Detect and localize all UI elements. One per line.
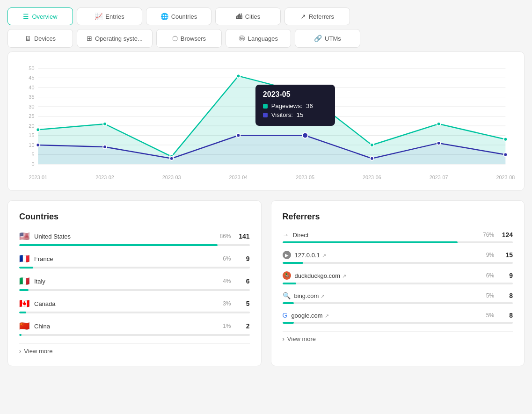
cities-tab-label: Cities — [245, 13, 261, 20]
countries-title: Countries — [19, 212, 250, 222]
referrer-header-3: 🔍bing.com↗5%8 — [283, 292, 513, 299]
tab-browsers[interactable]: ⬡Browsers — [156, 29, 222, 48]
referrer-row: 🔍bing.com↗5%8 — [283, 292, 513, 304]
tab-overview[interactable]: ☰Overview — [7, 7, 73, 25]
external-link-icon[interactable]: ↗ — [322, 253, 326, 258]
entries-tab-icon: 📈 — [95, 13, 102, 20]
tab-utms[interactable]: 🔗UTMs — [295, 29, 360, 48]
referrer-progress-bar — [283, 322, 513, 324]
referrers-title: Referrers — [283, 212, 513, 222]
referrer-header-1: ▶127.0.0.1↗9%15 — [283, 251, 513, 259]
devices-tab-label: Devices — [34, 35, 56, 42]
svg-text:10: 10 — [29, 142, 34, 148]
country-flag: 🇮🇹 — [19, 276, 29, 286]
svg-text:45: 45 — [29, 75, 34, 80]
country-pct: 3% — [223, 300, 231, 307]
country-count: 6 — [237, 277, 250, 285]
direct-icon: → — [283, 231, 289, 239]
utms-tab-label: UTMs — [325, 35, 341, 42]
os-tab-icon: ⊞ — [87, 35, 92, 42]
referrers-view-more[interactable]: › View more — [283, 331, 513, 342]
country-header-4: 🇨🇳China1%2 — [19, 321, 250, 331]
referrer-progress-bar — [283, 283, 513, 284]
svg-text:25: 25 — [29, 113, 34, 119]
bottom-panels: Countries 🇺🇸United States86%141🇫🇷France6… — [7, 200, 525, 366]
browsers-tab-label: Browsers — [181, 35, 206, 42]
referrer-name: duckduckgo.com↗ — [295, 272, 486, 279]
svg-point-45 — [503, 153, 507, 157]
referrer-row: 🦆duckduckgo.com↗6%9 — [283, 271, 513, 284]
external-link-icon[interactable]: ↗ — [325, 313, 329, 319]
languages-tab-label: Languages — [248, 35, 278, 42]
country-row: 🇫🇷France6%9 — [19, 254, 250, 269]
svg-point-36 — [437, 122, 441, 126]
countries-view-more[interactable]: › View more — [19, 343, 250, 355]
tab-devices[interactable]: 🖥Devices — [7, 29, 73, 48]
country-name: United States — [34, 233, 219, 240]
external-link-icon[interactable]: ↗ — [321, 293, 325, 299]
country-flag: 🇺🇸 — [19, 231, 29, 241]
country-progress-fill — [19, 244, 218, 246]
country-progress-fill — [19, 267, 33, 269]
referrer-row: Ggoogle.com↗5%8 — [283, 312, 513, 324]
referrer-progress-fill — [283, 322, 294, 324]
svg-point-33 — [237, 74, 240, 78]
svg-text:2023-08: 2023-08 — [496, 174, 515, 180]
country-pct: 4% — [223, 278, 231, 284]
tab-entries[interactable]: 📈Entries — [77, 7, 142, 25]
countries-tab-label: Countries — [171, 13, 197, 20]
svg-text:2023-01: 2023-01 — [29, 174, 47, 180]
tab-os[interactable]: ⊞Operating syste... — [77, 29, 153, 48]
country-header-3: 🇨🇦Canada3%5 — [19, 298, 250, 309]
country-pct: 1% — [223, 323, 231, 329]
country-count: 141 — [237, 232, 250, 240]
country-row: 🇨🇦Canada3%5 — [19, 298, 250, 313]
svg-text:2023-04: 2023-04 — [229, 174, 248, 180]
svg-point-31 — [103, 122, 107, 126]
country-progress-fill — [19, 289, 29, 291]
tab-languages[interactable]: ㊙Languages — [226, 29, 291, 48]
country-header-0: 🇺🇸United States86%141 — [19, 231, 250, 241]
view-more-label: View more — [287, 335, 316, 342]
svg-text:2023-02: 2023-02 — [95, 174, 114, 180]
svg-point-30 — [36, 128, 40, 131]
utms-tab-icon: 🔗 — [314, 35, 322, 42]
circle-icon: ▶ — [283, 251, 291, 259]
country-progress-bar — [19, 267, 250, 269]
referrers-panel: Referrers →Direct76%124▶127.0.0.1↗9%15🦆d… — [271, 200, 525, 366]
referrer-count: 8 — [500, 292, 513, 299]
svg-point-40 — [170, 157, 174, 160]
country-flag: 🇫🇷 — [19, 254, 29, 264]
tab-countries[interactable]: 🌐Countries — [146, 7, 211, 25]
referrer-pct: 5% — [486, 292, 494, 299]
countries-tab-icon: 🌐 — [160, 13, 168, 20]
country-row: 🇺🇸United States86%141 — [19, 231, 250, 246]
svg-text:35: 35 — [29, 94, 34, 100]
tab-referrers[interactable]: ↗Referrers — [284, 7, 350, 25]
country-count: 5 — [237, 300, 250, 307]
country-progress-fill — [19, 334, 22, 336]
overview-tab-icon: ☰ — [23, 13, 29, 20]
svg-point-43 — [370, 157, 374, 160]
google-icon: G — [283, 312, 288, 319]
svg-point-46 — [302, 90, 308, 96]
svg-point-44 — [437, 141, 441, 145]
referrer-pct: 76% — [483, 232, 494, 238]
referrer-row: →Direct76%124 — [283, 231, 513, 243]
country-row: 🇮🇹Italy4%6 — [19, 276, 250, 291]
referrer-pct: 5% — [486, 312, 494, 319]
svg-text:50: 50 — [29, 65, 34, 71]
external-link-icon[interactable]: ↗ — [342, 273, 346, 279]
country-pct: 86% — [219, 233, 231, 240]
overview-tab-label: Overview — [32, 13, 57, 20]
referrer-name: 127.0.0.1↗ — [295, 252, 486, 259]
referrer-progress-fill — [283, 302, 294, 304]
languages-tab-icon: ㊙ — [239, 34, 245, 43]
referrer-header-0: →Direct76%124 — [283, 231, 513, 239]
svg-text:15: 15 — [29, 132, 34, 138]
country-progress-fill — [19, 312, 26, 313]
country-flag: 🇨🇦 — [19, 298, 29, 309]
tab-cities[interactable]: 🏙Cities — [215, 7, 281, 25]
country-row: 🇨🇳China1%2 — [19, 321, 250, 336]
referrer-progress-bar — [283, 262, 513, 264]
